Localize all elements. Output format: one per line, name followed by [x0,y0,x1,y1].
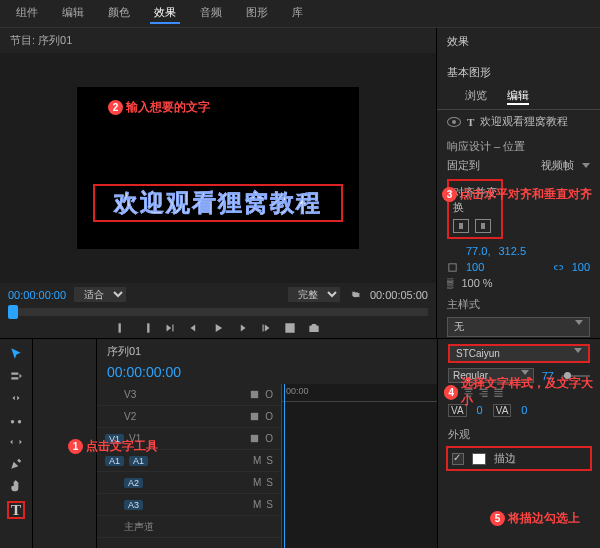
mark-out-icon[interactable] [139,321,153,335]
title-text-layer[interactable]: 欢迎观看狸窝教程 [97,187,339,219]
menu-audio[interactable]: 音频 [196,3,226,24]
track-o[interactable]: O [265,433,273,444]
callout-num-4: 4 [444,385,458,400]
master-style-label: 主样式 [437,291,600,314]
menu-edit[interactable]: 编辑 [58,3,88,24]
scale-value[interactable]: 100 [466,261,484,273]
chevron-down-icon [574,348,582,353]
effects-panel-title[interactable]: 效果 [437,28,600,55]
track-select-tool[interactable] [9,369,23,383]
play-icon[interactable] [211,321,225,335]
text-layer-icon: T [467,116,474,128]
toggle-output-icon[interactable] [249,411,260,422]
timeline-playhead[interactable] [284,384,285,548]
responsive-design-label: 响应设计 – 位置 [437,133,600,156]
callout-5: 将描边勾选上 [508,510,580,527]
solo-button[interactable]: S [266,455,273,466]
eye-icon[interactable] [447,117,461,127]
svg-rect-0 [449,263,456,270]
callout-2: 输入想要的文字 [126,99,210,116]
go-start-icon[interactable] [163,321,177,335]
camera-icon[interactable] [307,321,321,335]
opacity-icon: ▒ [447,278,453,288]
go-end-icon[interactable] [259,321,273,335]
settings-icon[interactable] [348,288,362,302]
timeline-sequence-tab[interactable]: 序列01 [107,344,141,359]
font-family-select[interactable]: STCaiyun [448,344,590,363]
master-style-select[interactable]: 无 [447,317,590,337]
mute-button[interactable]: M [253,455,261,466]
menu-graphics[interactable]: 图形 [242,3,272,24]
text-layer-name[interactable]: 欢迎观看狸窝教程 [480,114,568,129]
anchor-x[interactable]: 77.0, [466,245,490,257]
pin-to-label: 固定到 [447,158,480,173]
anchor-y[interactable]: 312.5 [498,245,526,257]
position-icon [447,246,458,257]
type-tool[interactable]: T [7,501,25,519]
chevron-down-icon[interactable] [582,163,590,168]
callout-num-5: 5 [490,511,505,526]
tab-edit[interactable]: 编辑 [507,88,529,105]
step-back-icon[interactable] [187,321,201,335]
track-a1[interactable]: A1 [129,456,148,466]
toggle-output-icon[interactable] [249,389,260,400]
svg-rect-1 [251,391,258,398]
program-monitor-title: 节目: 序列01 [0,28,436,53]
scale-h[interactable]: 100 [572,261,590,273]
align-horizontal-center-button[interactable] [453,219,469,233]
export-frame-icon[interactable] [283,321,297,335]
align-vertical-center-button[interactable] [475,219,491,233]
slip-tool[interactable] [9,435,23,449]
scale-icon [447,262,458,273]
track-a1-target[interactable]: A1 [105,456,124,466]
track-master[interactable]: 主声道 [124,520,154,534]
timeline-canvas[interactable]: 00:00 [282,384,437,548]
callout-num-1: 1 [68,439,83,454]
mark-in-icon[interactable] [115,321,129,335]
mute-button[interactable]: M [253,477,261,488]
timecode-left[interactable]: 00:00:00:00 [8,289,66,301]
callout-num-3: 3 [442,187,457,202]
stroke-color-swatch[interactable] [472,453,486,465]
razor-tool[interactable] [9,413,23,427]
ruler-tick: 00:00 [286,386,309,396]
ripple-edit-tool[interactable] [9,391,23,405]
zoom-dropdown[interactable]: 完整 [288,287,340,302]
tab-browse[interactable]: 浏览 [465,88,487,105]
timeline-timecode[interactable]: 00:00:00:00 [97,364,437,384]
selection-tool[interactable] [9,347,23,361]
hand-tool[interactable] [9,479,23,493]
solo-button[interactable]: S [266,499,273,510]
menu-color[interactable]: 颜色 [104,3,134,24]
solo-button[interactable]: S [266,477,273,488]
step-fwd-icon[interactable] [235,321,249,335]
program-monitor[interactable]: 欢迎观看狸窝教程 2输入想要的文字 [0,53,436,283]
link-icon[interactable] [553,262,564,273]
stroke-label: 描边 [494,451,516,466]
track-v3[interactable]: V3 [124,389,136,400]
track-o[interactable]: O [265,389,273,400]
fit-dropdown[interactable]: 适合 [74,287,126,302]
menu-library[interactable]: 库 [288,3,307,24]
menu-effects[interactable]: 效果 [150,3,180,24]
appearance-label: 外观 [438,421,600,444]
track-o[interactable]: O [265,411,273,422]
track-v2[interactable]: V2 [124,411,136,422]
callout-num-2: 2 [108,100,123,115]
toggle-output-icon[interactable] [249,433,260,444]
playhead[interactable] [8,305,18,319]
svg-rect-3 [251,435,258,442]
track-a3[interactable]: A3 [124,500,143,510]
callout-1: 点击文字工具 [86,438,158,455]
callout-3: 点击水平对齐和垂直对齐 [460,186,592,203]
track-a2[interactable]: A2 [124,478,143,488]
mute-button[interactable]: M [253,499,261,510]
timecode-right: 00:00:05:00 [370,289,428,301]
opacity-value[interactable]: 100 % [461,277,492,289]
menu-component[interactable]: 组件 [12,3,42,24]
pen-tool[interactable] [9,457,23,471]
chevron-down-icon [575,320,583,325]
graphics-panel-title[interactable]: 基本图形 [437,55,600,86]
stroke-checkbox[interactable] [452,453,464,465]
pin-to-value[interactable]: 视频帧 [541,158,574,173]
